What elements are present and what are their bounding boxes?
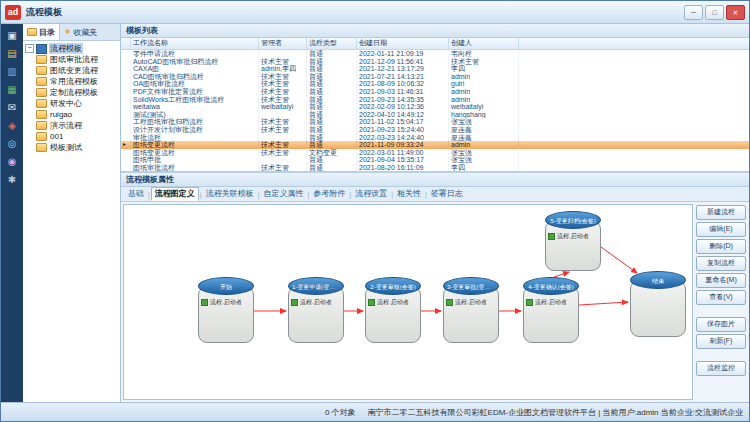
folder-icon (36, 55, 47, 64)
nav-document-icon[interactable]: ▥ (5, 65, 19, 78)
table-row[interactable]: AutoCAD图纸审批归档流程技术主管普通2021-12-09 11:56:41… (121, 58, 749, 66)
table-row[interactable]: PDF文件审批定置流程技术主管普通2021-09-03 11:46:31admi… (121, 88, 749, 96)
folder-icon (36, 88, 47, 97)
props-tab[interactable]: 签署日志 (428, 188, 466, 200)
props-tab[interactable]: 流程关联模板 (203, 188, 257, 200)
table-cell-filler (519, 164, 749, 171)
column-header[interactable]: 工作流名称 (131, 38, 259, 49)
props-tab[interactable]: 相关性 (394, 188, 424, 200)
table-cell (259, 156, 307, 164)
nav-flow-icon[interactable]: ◈ (5, 119, 19, 132)
root-node-icon (36, 44, 47, 54)
template-properties-panel: 流程模板属性 基础|流程图定义|流程关联模板|自定义属性|参考附件|流程设置|相… (121, 173, 749, 402)
nav-gear-icon[interactable]: ✱ (5, 173, 19, 186)
table-row[interactable]: CAD图纸审批归档流程技术主管普通2021-07-21 14:13:21admi… (121, 73, 749, 81)
app-window: ad 流程模板 ─ □ ✕ ▣▤▥▦✉◈◎◉✱ 目录★收藏夹 −流程模板图纸审批… (0, 0, 750, 422)
table-row[interactable]: 图纸申批普通2021-09-04 15:35:17张宝强 (121, 156, 749, 164)
tree-item[interactable]: 模板测试 (23, 142, 120, 153)
tree-tab-catalog[interactable]: 目录 (23, 24, 60, 40)
flow-node-3[interactable]: 3-变更审批(变更审批)流程.启动者 (443, 277, 499, 343)
props-tab[interactable]: 基础 (125, 188, 147, 200)
table-cell: 张宝强 (449, 118, 519, 126)
process-monitor-button[interactable]: 流程监控 (696, 361, 746, 376)
view-button[interactable]: 查看(V) (696, 290, 746, 305)
column-header[interactable]: 流程类型 (307, 38, 357, 49)
tree-item[interactable]: 图纸变更流程 (23, 65, 120, 76)
tree-tab-favorites[interactable]: ★收藏夹 (60, 24, 101, 40)
table-cell: 技术主管 (449, 58, 519, 66)
refresh-button[interactable]: 刷新(F) (696, 334, 746, 349)
tree-item[interactable]: 研发中心 (23, 98, 120, 109)
tree-item[interactable]: 定制流程模板 (23, 87, 120, 98)
rename-button[interactable]: 重命名(M) (696, 273, 746, 288)
row-indicator: ▸ (121, 141, 131, 149)
assignee-icon (526, 299, 533, 306)
new-process-button[interactable]: 新建流程 (696, 205, 746, 220)
folder-icon (36, 99, 47, 108)
table-row[interactable]: 设计开发计划审批流程技术主管普通2021-09-23 15:24:40夏连鑫 (121, 126, 749, 134)
copy-process-button[interactable]: 复制流程 (696, 256, 746, 271)
table-cell: SolidWorks工程图纸审批流程 (131, 96, 259, 104)
tree-item[interactable]: −流程模板 (23, 43, 120, 54)
button-group-gap (696, 351, 746, 359)
props-tab[interactable]: 自定义属性 (260, 188, 306, 200)
table-row[interactable]: 审批流程普通2022-03-23 14:24:40夏连鑫 (121, 134, 749, 142)
props-content: 开始流程.启动者1-变更申请(变更申请)流程.启动者2-变更审核(会签)流程.启… (121, 202, 749, 402)
flow-node-start[interactable]: 开始流程.启动者 (198, 277, 254, 343)
flow-node-5[interactable]: 5-变更归档(会签)流程.启动者 (545, 211, 601, 271)
flow-node-4[interactable]: 4-变更确认(会签)流程.启动者 (523, 277, 579, 343)
edit-button[interactable]: 编辑(E) (696, 222, 746, 237)
table-cell: hangshang (449, 111, 519, 119)
nav-chart-icon[interactable]: ▦ (5, 83, 19, 96)
column-header[interactable]: 管理者 (259, 38, 307, 49)
table-cell: 2021-12-09 11:56:41 (357, 58, 449, 66)
delete-button[interactable]: 删除(D) (696, 239, 746, 254)
table-row[interactable]: 零件申请流程普通2022-01-11 21:09:19韦向程 (121, 50, 749, 58)
props-tab[interactable]: 流程图定义 (151, 187, 199, 201)
minimize-button[interactable]: ─ (684, 5, 703, 20)
table-row[interactable]: ▸图纸变更流程技术主管普通2021-11-09 09:33:24admin (121, 141, 749, 149)
column-header[interactable]: 创建日期 (357, 38, 449, 49)
table-cell: admin (449, 73, 519, 81)
table-row[interactable]: SolidWorks工程图纸审批流程技术主管普通2021-09-23 14:35… (121, 96, 749, 104)
nav-search-icon[interactable]: ◎ (5, 137, 19, 150)
table-cell: 2022-03-23 14:24:40 (357, 134, 449, 142)
tree-panel: 目录★收藏夹 −流程模板图纸审批流程图纸变更流程常用流程模板定制流程模板研发中心… (23, 24, 121, 402)
tree-item[interactable]: 001 (23, 131, 120, 142)
tree-tabs: 目录★收藏夹 (23, 24, 120, 41)
nav-mail-icon[interactable]: ✉ (5, 101, 19, 114)
table-cell: 夏连鑫 (449, 126, 519, 134)
flow-node-assignee: 流程.启动者 (291, 298, 332, 307)
column-header[interactable]: 创建人 (449, 38, 519, 49)
save-image-button[interactable]: 保存图片 (696, 317, 746, 332)
flow-node-2[interactable]: 2-变更审核(会签)流程.启动者 (365, 277, 421, 343)
table-row[interactable]: 图纸变更流程技术主管文档变更2022-03-01 11:49:00张宝强 (121, 149, 749, 157)
assignee-label: 流程.启动者 (210, 298, 242, 307)
flow-node-1[interactable]: 1-变更申请(变更申请)流程.启动者 (288, 277, 344, 343)
tree-expander-icon[interactable]: − (25, 44, 34, 53)
props-tab[interactable]: 流程设置 (352, 188, 390, 200)
flow-canvas[interactable]: 开始流程.启动者1-变更申请(变更申请)流程.启动者2-变更审核(会签)流程.启… (123, 204, 693, 400)
titlebar: ad 流程模板 ─ □ ✕ (1, 1, 749, 24)
table-cell: 技术主管 (259, 88, 307, 96)
table-row[interactable]: CAXA图admin,李四普通2021-12-21 13:17:29李四 (121, 65, 749, 73)
table-cell: PDF文件审批定置流程 (131, 88, 259, 96)
tree-item[interactable]: 常用流程模板 (23, 76, 120, 87)
table-row[interactable]: 图纸审批流程技术主管普通2021-08-20 16:11:09李四 (121, 164, 749, 171)
window-body: ▣▤▥▦✉◈◎◉✱ 目录★收藏夹 −流程模板图纸审批流程图纸变更流程常用流程模板… (1, 24, 749, 402)
flow-node-end[interactable]: 结束 (630, 271, 686, 337)
maximize-button[interactable]: □ (705, 5, 724, 20)
close-button[interactable]: ✕ (726, 5, 745, 20)
tree-item[interactable]: 演示流程 (23, 120, 120, 131)
nav-folder-icon[interactable]: ▤ (5, 47, 19, 60)
tree-item[interactable]: 图纸审批流程 (23, 54, 120, 65)
tree-item[interactable]: ruigao (23, 109, 120, 120)
nav-window-icon[interactable]: ▣ (5, 29, 19, 42)
nav-user-icon[interactable]: ◉ (5, 155, 19, 168)
props-tab[interactable]: 参考附件 (310, 188, 348, 200)
table-row[interactable]: 测试(测试)普通2022-04-10 14:49:12hangshang (121, 111, 749, 119)
table-row[interactable]: weitaiwaweibaitaiyi普通2022-02-09 10:12:36… (121, 103, 749, 111)
table-cell: 普通 (307, 88, 357, 96)
table-row[interactable]: OA图纸审批流程技术主管普通2021-08-09 10:06:32gulri (121, 80, 749, 88)
table-row[interactable]: 工程图纸审批归档流程技术主管普通2021-11-02 15:04:17张宝强 (121, 118, 749, 126)
